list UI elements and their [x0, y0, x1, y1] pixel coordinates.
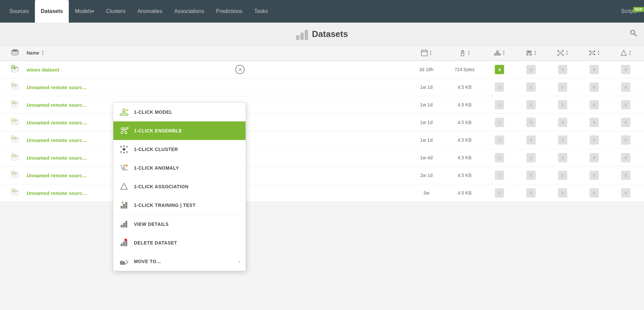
- nav-clusters[interactable]: Clusters: [100, 0, 132, 23]
- svg-line-1: [634, 34, 637, 36]
- row-assoc-badge[interactable]: 0: [611, 82, 641, 92]
- anomalies-sort-arrows[interactable]: ▲▼: [597, 50, 600, 56]
- row-ensembles-badge[interactable]: 0: [514, 118, 548, 127]
- col-ensembles-header[interactable]: ▲▼: [514, 49, 548, 57]
- search-button[interactable]: [629, 29, 637, 39]
- menu-item-1click-training[interactable]: 1-CLICK TRAINING | TEST: [113, 196, 246, 215]
- row-anomalies-badge[interactable]: 0: [578, 171, 611, 180]
- datasets-title-area: Datasets: [296, 28, 348, 40]
- row-date: 3w: [408, 190, 445, 196]
- table-row: Unnamed remote sourc… 3w 4.5 KB 2 0 0 0 …: [0, 184, 644, 202]
- row-assoc-badge[interactable]: 0: [611, 118, 641, 127]
- row-ensembles-badge[interactable]: 0: [514, 153, 548, 162]
- row-anomalies-badge[interactable]: 0: [578, 153, 611, 162]
- row-ensembles-badge[interactable]: 0: [514, 135, 548, 145]
- row-models-badge[interactable]: 2: [484, 188, 514, 198]
- menu-item-1click-anomaly[interactable]: 1-CLICK ANOMALY: [113, 159, 246, 177]
- svg-line-64: [121, 112, 124, 114]
- col-assoc-header[interactable]: ▲▼: [611, 49, 641, 57]
- col-icon-header: [3, 48, 27, 58]
- row-ensembles-badge[interactable]: 0: [514, 100, 548, 109]
- menu-item-1click-ensemble[interactable]: 1-CLICK ENSEMBLE: [113, 121, 246, 140]
- nav-predictions[interactable]: Predictions: [210, 0, 248, 23]
- menu-item-1click-model[interactable]: 1-CLICK MODEL: [113, 103, 246, 121]
- menu-label-move-to: MOVE TO...: [134, 259, 161, 264]
- svg-rect-94: [123, 204, 125, 209]
- row-assoc-badge[interactable]: 0: [611, 153, 641, 162]
- row-models-badge[interactable]: 2: [484, 82, 514, 92]
- assoc-sort-arrows[interactable]: ▲▼: [629, 50, 632, 56]
- menu-item-1click-association[interactable]: 1-CLICK ASSOCIATION: [113, 177, 246, 196]
- row-anomalies-badge[interactable]: 0: [578, 188, 611, 198]
- row-models-badge[interactable]: 1: [484, 100, 514, 109]
- col-anomalies-header[interactable]: ▲▼: [578, 49, 611, 57]
- row-clusters-badge[interactable]: 0: [548, 65, 578, 74]
- row-clusters-badge[interactable]: 0: [548, 100, 578, 109]
- svg-rect-3: [421, 50, 427, 56]
- menu-item-view-details[interactable]: VIEW DETAILS: [113, 215, 246, 233]
- cancel-button[interactable]: ✕: [235, 65, 245, 74]
- row-clusters-badge[interactable]: 0: [548, 153, 578, 162]
- svg-point-12: [496, 54, 498, 56]
- row-clusters-badge[interactable]: 0: [548, 188, 578, 198]
- menu-item-1click-cluster[interactable]: 1-CLICK CLUSTER: [113, 140, 246, 159]
- row-models-badge[interactable]: 1: [484, 171, 514, 180]
- row-anomalies-badge[interactable]: 0: [578, 100, 611, 109]
- svg-point-80: [126, 151, 128, 153]
- row-clusters-badge[interactable]: 0: [548, 82, 578, 92]
- row-ensembles-badge[interactable]: 0: [514, 65, 548, 74]
- svg-rect-100: [121, 243, 123, 246]
- row-assoc-badge[interactable]: 0: [611, 188, 641, 198]
- row-assoc-badge[interactable]: 0: [611, 65, 641, 74]
- row-anomalies-badge[interactable]: 0: [578, 65, 611, 74]
- row-models-badge[interactable]: 1: [484, 135, 514, 145]
- col-name-header[interactable]: Name ▲▼: [27, 50, 408, 56]
- menu-item-move-to[interactable]: MOVE TO... ›: [113, 252, 246, 271]
- ensembles-sort-arrows[interactable]: ▲▼: [534, 50, 537, 56]
- svg-point-72: [125, 132, 127, 134]
- row-assoc-badge[interactable]: 0: [611, 100, 641, 109]
- row-models-badge[interactable]: 1: [484, 153, 514, 162]
- nav-datasets[interactable]: Datasets: [35, 0, 69, 23]
- size-sort-arrows[interactable]: ▲▼: [468, 50, 471, 56]
- row-anomalies-badge[interactable]: 0: [578, 82, 611, 92]
- row-anomalies-badge[interactable]: 0: [578, 135, 611, 145]
- menu-item-delete-dataset[interactable]: DELETE DATASET: [113, 233, 246, 252]
- date-sort-arrows[interactable]: ▲▼: [429, 50, 432, 56]
- row-models-badge[interactable]: 1: [484, 118, 514, 127]
- row-anomalies-badge[interactable]: 0: [578, 118, 611, 127]
- nav-associations[interactable]: Associations: [168, 0, 210, 23]
- nav-sources[interactable]: Sources: [3, 0, 35, 23]
- row-clusters-badge[interactable]: 0: [548, 118, 578, 127]
- row-models-badge[interactable]: 4: [484, 65, 514, 74]
- 1click-training-icon: [119, 200, 129, 211]
- svg-marker-96: [122, 201, 124, 204]
- row-dataset-name[interactable]: Unnamed remote sourc…: [27, 84, 408, 90]
- svg-rect-93: [121, 206, 123, 209]
- row-clusters-badge[interactable]: 0: [548, 171, 578, 180]
- row-ensembles-badge[interactable]: 0: [514, 82, 548, 92]
- row-clusters-badge[interactable]: 0: [548, 135, 578, 145]
- row-ensembles-badge[interactable]: 0: [514, 188, 548, 198]
- col-size-header[interactable]: ▲▼: [445, 49, 484, 57]
- svg-point-28: [562, 54, 564, 56]
- new-badge: NEW: [633, 7, 644, 12]
- models-sort-arrows[interactable]: ▲▼: [502, 50, 505, 56]
- row-dataset-name[interactable]: wines dataset: [27, 67, 408, 73]
- row-assoc-badge[interactable]: 0: [611, 135, 641, 145]
- nav-anomalies[interactable]: Anomalies: [132, 0, 168, 23]
- svg-point-11: [494, 54, 496, 56]
- clusters-sort-arrows[interactable]: ▲▼: [566, 50, 569, 56]
- nav-models[interactable]: Models: [69, 0, 100, 23]
- row-date: 1w 1d: [408, 137, 445, 143]
- col-date-header[interactable]: ▲▼: [408, 49, 445, 57]
- row-assoc-badge[interactable]: 0: [611, 171, 641, 180]
- nav-tasks[interactable]: Tasks: [248, 0, 274, 23]
- col-models-header[interactable]: ▲▼: [484, 49, 514, 57]
- row-size: 4.5 KB: [445, 137, 484, 143]
- svg-point-82: [123, 152, 125, 154]
- col-clusters-header[interactable]: ▲▼: [548, 49, 578, 57]
- row-ensembles-badge[interactable]: 0: [514, 171, 548, 180]
- name-sort-arrows[interactable]: ▲▼: [41, 50, 44, 56]
- svg-point-31: [594, 51, 595, 52]
